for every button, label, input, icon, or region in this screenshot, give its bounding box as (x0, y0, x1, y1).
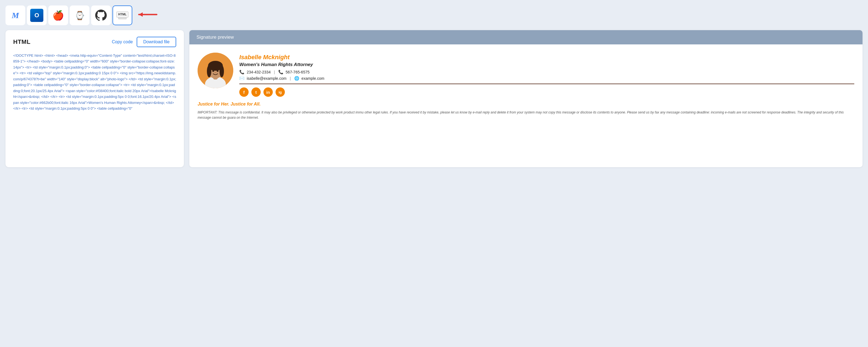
phone-separator: | (274, 70, 275, 74)
red-arrow-icon (136, 10, 158, 20)
html-file-label: HTML (118, 12, 127, 16)
svg-point-10 (217, 70, 219, 72)
main-content: HTML Copy code Download file <!DOCTYPE h… (5, 30, 863, 167)
svg-marker-1 (139, 12, 143, 17)
signature-tagline: Justice for Her. Justice for All. (197, 102, 854, 107)
tab-apple-device[interactable]: ⌚ (70, 5, 89, 25)
signature-job-title: Women's Human Rights Attorney (239, 62, 854, 67)
code-panel: HTML Copy code Download file <!DOCTYPE h… (5, 30, 184, 167)
tab-gmail[interactable]: M (5, 5, 25, 25)
signature-divider (239, 83, 854, 84)
svg-point-8 (220, 65, 224, 77)
email-icon: ✉️ (239, 76, 245, 81)
preview-body: Isabelle Mcknight Women's Human Rights A… (189, 44, 863, 128)
signature-top: Isabelle Mcknight Women's Human Rights A… (197, 53, 854, 97)
email-address: isabelle@example.com (247, 76, 286, 80)
phone-icon-1: 📞 (239, 70, 245, 75)
code-panel-actions: Copy code Download file (112, 37, 176, 47)
arrow-indicator (136, 10, 158, 22)
tab-html[interactable]: HTML (113, 5, 132, 25)
preview-panel: Signature preview (189, 30, 863, 167)
signature-phone-row: 📞 234-432-2334 | 📞 567-765-6575 (239, 70, 854, 75)
website-url: example.com (302, 76, 324, 80)
preview-header-label: Signature preview (196, 35, 234, 40)
avatar (197, 53, 233, 88)
svg-point-9 (212, 70, 214, 72)
signature-info: Isabelle Mcknight Women's Human Rights A… (239, 53, 854, 97)
download-file-button[interactable]: Download file (137, 37, 176, 47)
phone-number-1: 234-432-2334 (247, 70, 271, 74)
avatar-image (197, 53, 233, 88)
phone-number-2: 567-765-6575 (286, 70, 310, 74)
social-twitter-button[interactable]: t (251, 88, 261, 97)
social-facebook-button[interactable]: f (239, 88, 249, 97)
tabs-bar: M O 🍎 ⌚ HTML (5, 5, 863, 25)
social-links: f t in ig (239, 88, 854, 97)
code-panel-title: HTML (13, 38, 30, 45)
signature-disclaimer: IMPORTANT: This message is confidential.… (197, 110, 854, 120)
signature-name: Isabelle Mcknight (239, 54, 854, 61)
code-content: <!DOCTYPE html> <html> <head> <meta http… (13, 53, 176, 111)
tab-apple-mail[interactable]: 🍎 (48, 5, 68, 25)
svg-point-7 (207, 65, 211, 77)
social-instagram-button[interactable]: ig (276, 88, 285, 97)
preview-header: Signature preview (189, 30, 863, 44)
phone-icon-2: 📞 (278, 70, 283, 75)
email-separator: | (290, 76, 291, 80)
copy-code-button[interactable]: Copy code (112, 39, 133, 44)
github-icon (95, 10, 107, 21)
social-linkedin-button[interactable]: in (264, 88, 273, 97)
website-icon: 🌐 (294, 76, 300, 81)
tab-outlook[interactable]: O (27, 5, 46, 25)
signature-email-row: ✉️ isabelle@example.com | 🌐 example.com (239, 76, 854, 81)
tab-github[interactable] (91, 5, 111, 25)
code-panel-header: HTML Copy code Download file (13, 37, 176, 47)
